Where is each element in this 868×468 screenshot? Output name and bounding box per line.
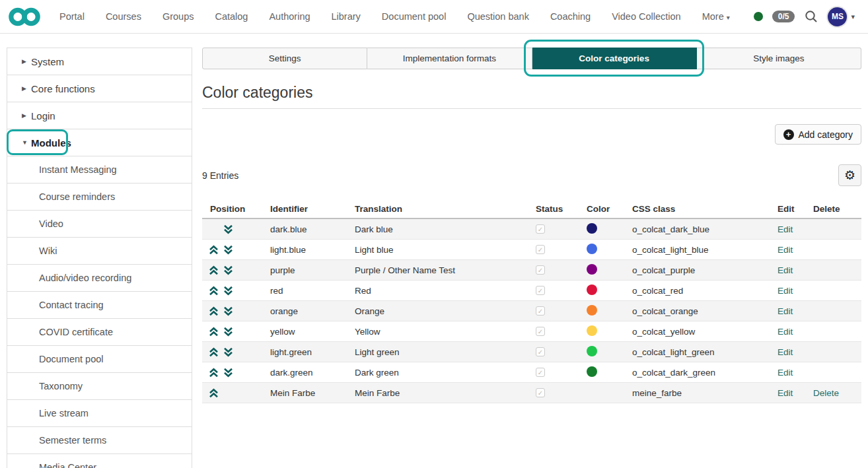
css-class-cell: o_colcat_purple bbox=[632, 265, 778, 275]
position-cell bbox=[208, 224, 270, 234]
column-header-color[interactable]: Color bbox=[587, 204, 632, 214]
move-down-icon[interactable] bbox=[223, 245, 234, 255]
column-header-status[interactable]: Status bbox=[536, 204, 587, 214]
edit-link[interactable]: Edit bbox=[778, 368, 793, 378]
session-counter-badge[interactable]: 0/5 bbox=[772, 11, 795, 22]
chevron-right-icon: ▶ bbox=[22, 85, 31, 92]
column-header-identifier[interactable]: Identifier bbox=[270, 204, 355, 214]
status-checkbox-checked[interactable]: ✓ bbox=[536, 347, 545, 356]
move-up-icon[interactable] bbox=[208, 286, 219, 296]
status-checkbox-checked[interactable]: ✓ bbox=[536, 265, 545, 275]
position-cell bbox=[208, 265, 270, 275]
sidebar-item-covid-certificate[interactable]: COVID certificate bbox=[7, 319, 192, 346]
sidebar-section-label: Modules bbox=[31, 137, 71, 149]
sidebar-item-instant-messaging[interactable]: Instant Messaging bbox=[7, 156, 192, 184]
sidebar-section-modules[interactable]: ▼Modules bbox=[7, 129, 192, 156]
tab-settings[interactable]: Settings bbox=[202, 48, 367, 69]
move-down-icon[interactable] bbox=[223, 347, 234, 357]
table-row: light.greenLight green✓o_colcat_light_gr… bbox=[202, 342, 861, 362]
status-checkbox-checked[interactable]: ✓ bbox=[536, 388, 545, 397]
search-icon[interactable] bbox=[804, 9, 818, 24]
tab-color-categories[interactable]: Color categories bbox=[532, 48, 697, 69]
delete-link[interactable]: Delete bbox=[813, 388, 839, 398]
sidebar-item-wiki[interactable]: Wiki bbox=[7, 238, 192, 265]
sidebar-item-semester-terms[interactable]: Semester terms bbox=[7, 427, 192, 454]
nav-item-library[interactable]: Library bbox=[321, 11, 371, 22]
openolat-infinity-logo[interactable] bbox=[8, 7, 41, 27]
edit-link[interactable]: Edit bbox=[778, 306, 793, 316]
edit-link[interactable]: Edit bbox=[778, 245, 793, 255]
column-header-translation[interactable]: Translation bbox=[355, 204, 536, 214]
tab-style-images[interactable]: Style images bbox=[697, 48, 861, 69]
column-header-delete[interactable]: Delete bbox=[813, 204, 861, 214]
nav-item-coaching[interactable]: Coaching bbox=[540, 11, 601, 22]
sidebar-item-contact-tracing[interactable]: Contact tracing bbox=[7, 292, 192, 319]
nav-item-catalog[interactable]: Catalog bbox=[204, 11, 258, 22]
color-swatch bbox=[587, 244, 597, 254]
move-up-icon[interactable] bbox=[208, 388, 219, 398]
move-down-icon[interactable] bbox=[223, 286, 234, 296]
move-up-icon[interactable] bbox=[208, 306, 219, 316]
nav-item-video-collection[interactable]: Video Collection bbox=[601, 11, 692, 22]
nav-item-groups[interactable]: Groups bbox=[152, 11, 205, 22]
sidebar-item-taxonomy[interactable]: Taxonomy bbox=[7, 373, 192, 400]
nav-item-courses[interactable]: Courses bbox=[95, 11, 152, 22]
sidebar-item-video[interactable]: Video bbox=[7, 211, 192, 238]
sidebar-section-system[interactable]: ▶System bbox=[7, 48, 192, 75]
user-menu[interactable]: MS ▾ bbox=[828, 7, 855, 26]
tab-implementation-formats[interactable]: Implementation formats bbox=[367, 48, 532, 69]
table-row: dark.blueDark blue✓o_colcat_dark_blueEdi… bbox=[202, 219, 861, 240]
gear-icon: ⚙ bbox=[844, 169, 855, 182]
sidebar-section-login[interactable]: ▶Login bbox=[7, 102, 192, 129]
edit-link[interactable]: Edit bbox=[778, 265, 793, 275]
avatar[interactable]: MS bbox=[828, 7, 847, 26]
column-header-position[interactable]: Position bbox=[210, 204, 270, 214]
status-checkbox-checked[interactable]: ✓ bbox=[536, 368, 545, 377]
nav-item-authoring[interactable]: Authoring bbox=[258, 11, 320, 22]
nav-item-more[interactable]: More▾ bbox=[692, 11, 741, 22]
settings-tabbar: SettingsImplementation formatsColor cate… bbox=[202, 48, 861, 69]
add-category-button[interactable]: + Add category bbox=[775, 124, 862, 145]
sidebar-section-core-functions[interactable]: ▶Core functions bbox=[7, 75, 192, 102]
status-checkbox-checked[interactable]: ✓ bbox=[536, 224, 545, 234]
status-checkbox-checked[interactable]: ✓ bbox=[536, 306, 545, 316]
sidebar-item-live-stream[interactable]: Live stream bbox=[7, 400, 192, 427]
move-up-icon[interactable] bbox=[208, 368, 219, 378]
chevron-right-icon: ▶ bbox=[22, 112, 31, 119]
status-checkbox-checked[interactable]: ✓ bbox=[536, 327, 545, 336]
move-down-icon[interactable] bbox=[223, 224, 234, 234]
table-settings-button[interactable]: ⚙ bbox=[838, 164, 861, 186]
status-checkbox-checked[interactable]: ✓ bbox=[536, 286, 545, 295]
column-header-css-class[interactable]: CSS class bbox=[632, 204, 778, 214]
sidebar-item-course-reminders[interactable]: Course reminders bbox=[7, 184, 192, 211]
edit-link[interactable]: Edit bbox=[778, 327, 793, 337]
edit-link[interactable]: Edit bbox=[778, 224, 793, 234]
move-up-icon[interactable] bbox=[208, 327, 219, 337]
nav-item-portal[interactable]: Portal bbox=[49, 11, 95, 22]
move-up-icon[interactable] bbox=[208, 265, 219, 275]
move-down-icon[interactable] bbox=[223, 306, 234, 316]
edit-cell: Edit bbox=[778, 224, 813, 234]
edit-link[interactable]: Edit bbox=[778, 347, 793, 357]
sidebar-item-media-center[interactable]: Media Center bbox=[7, 454, 192, 468]
move-up-icon[interactable] bbox=[208, 347, 219, 357]
move-down-icon[interactable] bbox=[223, 368, 234, 378]
sidebar-item-document-pool[interactable]: Document pool bbox=[7, 346, 192, 373]
translation-cell: Purple / Other Name Test bbox=[355, 265, 536, 275]
sidebar-item-audio-video-recording[interactable]: Audio/video recording bbox=[7, 265, 192, 292]
color-swatch bbox=[587, 346, 597, 356]
color-cell bbox=[587, 284, 632, 297]
edit-link[interactable]: Edit bbox=[778, 388, 793, 398]
move-down-icon[interactable] bbox=[223, 327, 234, 337]
color-cell bbox=[587, 244, 632, 256]
nav-item-question-bank[interactable]: Question bank bbox=[456, 11, 540, 22]
move-up-icon[interactable] bbox=[208, 245, 219, 255]
table-row: light.blueLight blue✓o_colcat_light_blue… bbox=[202, 240, 861, 260]
status-checkbox-checked[interactable]: ✓ bbox=[536, 245, 545, 254]
nav-item-document-pool[interactable]: Document pool bbox=[371, 11, 457, 22]
chevron-down-icon: ▾ bbox=[727, 14, 730, 21]
column-header-edit[interactable]: Edit bbox=[778, 204, 813, 214]
edit-link[interactable]: Edit bbox=[778, 286, 793, 296]
translation-cell: Red bbox=[355, 286, 536, 296]
move-down-icon[interactable] bbox=[223, 265, 234, 275]
